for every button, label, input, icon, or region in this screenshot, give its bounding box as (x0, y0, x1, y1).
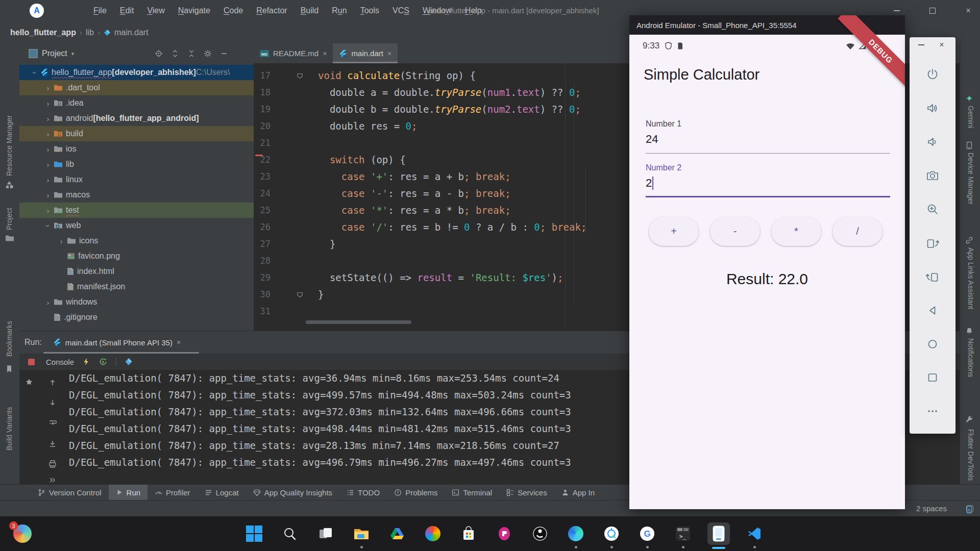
editor-tab-main.dart[interactable]: main.dart× (333, 43, 398, 63)
indent-info[interactable]: 2 spaces (916, 500, 947, 517)
chevron-right-icon[interactable]: › (43, 99, 53, 108)
stop-icon[interactable] (28, 359, 35, 365)
toolwindow-app-in[interactable]: App In (554, 485, 602, 500)
chevron-right-icon[interactable]: › (43, 191, 53, 199)
taskbar-task-view[interactable] (314, 522, 337, 545)
chevron-down-icon[interactable]: › (44, 221, 53, 230)
bookmark-icon[interactable] (5, 365, 14, 374)
operator-button-multiply[interactable]: * (771, 217, 821, 246)
project-view-selector[interactable]: Project ▾ (29, 49, 74, 58)
tree-item-build[interactable]: ›build (19, 126, 254, 141)
flash-icon[interactable] (82, 358, 90, 366)
back-icon[interactable] (925, 303, 940, 318)
taskbar-clipchamp[interactable] (493, 522, 516, 545)
toolwindow-version-control[interactable]: Version Control (31, 485, 109, 500)
taskbar-copilot[interactable] (422, 522, 444, 545)
tree-item-web[interactable]: ›web (19, 218, 254, 233)
link-icon[interactable] (965, 236, 974, 245)
taskbar-explorer[interactable] (350, 522, 373, 545)
taskbar-terminal[interactable]: >_ (672, 522, 694, 545)
tree-item-lib[interactable]: ›lib (19, 157, 254, 172)
chevron-right-icon[interactable]: › (43, 298, 53, 307)
toolwindow-services[interactable]: Services (499, 485, 554, 500)
tree-item-macos[interactable]: ›macos (19, 187, 254, 203)
menu-item-edit[interactable]: Edit (113, 0, 141, 21)
dart-icon[interactable] (125, 358, 133, 366)
close-icon[interactable]: × (177, 338, 181, 346)
stripe-item-gemini[interactable]: Gemini (967, 106, 975, 133)
volume-down-icon[interactable] (925, 134, 940, 149)
chevron-right-icon[interactable]: › (43, 176, 53, 184)
maximize-button[interactable] (924, 0, 941, 21)
field-input-1[interactable]: 24 (646, 133, 658, 146)
operator-button-plus[interactable]: + (649, 217, 699, 246)
stripe-item-app-links-assistant[interactable]: App Links Assistant (967, 247, 975, 320)
tree-item-ios[interactable]: ›ios (19, 141, 254, 157)
close-button[interactable]: × (936, 39, 947, 51)
chevron-right-icon[interactable]: › (43, 160, 53, 169)
toolwindow-problems[interactable]: Problems (387, 485, 445, 500)
fold-icon[interactable] (297, 291, 303, 297)
breadcrumb-dir[interactable]: lib (86, 28, 94, 37)
taskbar-vscode[interactable] (743, 522, 766, 545)
menu-item-run[interactable]: Run (325, 0, 353, 21)
wrench-icon[interactable] (965, 416, 974, 425)
stripe-item-flutter-devtools[interactable]: Flutter DevTools (967, 429, 975, 491)
tree-item-icons[interactable]: ›icons (19, 233, 254, 248)
taskbar-emulator[interactable] (707, 522, 730, 545)
stripe-item-resource-manager[interactable]: Resource Manager (5, 94, 13, 176)
more-icon[interactable] (925, 404, 940, 419)
chevron-down-icon[interactable]: › (31, 68, 39, 77)
power-icon[interactable] (925, 67, 940, 82)
bell-icon[interactable] (965, 327, 974, 336)
overview-icon[interactable] (925, 370, 940, 385)
stripe-item-project[interactable]: Project (5, 193, 13, 230)
taskbar-drive[interactable] (386, 522, 408, 545)
hide-icon[interactable] (220, 49, 228, 58)
camera-icon[interactable] (925, 168, 940, 183)
folder-icon[interactable] (5, 234, 14, 243)
taskbar-start[interactable] (243, 522, 265, 545)
rerun-icon[interactable] (99, 357, 108, 366)
menu-item-file[interactable]: File (87, 0, 113, 21)
close-button[interactable]: × (960, 0, 977, 21)
tree-item-manifestjson[interactable]: manifest.json (19, 279, 254, 294)
chevron-right-icon[interactable]: › (43, 145, 53, 154)
menu-item-refactor[interactable]: Refactor (250, 0, 293, 21)
stripe-item-notifications[interactable]: Notifications (967, 338, 975, 385)
chevron-right-icon[interactable]: › (43, 114, 53, 123)
rotate-left-icon[interactable] (925, 235, 940, 251)
menu-item-vcs[interactable]: VCS (386, 0, 416, 21)
taskbar-google[interactable]: G (636, 522, 658, 545)
tree-item-indexhtml[interactable]: index.html (19, 264, 254, 279)
tree-item-helloflutterapp[interactable]: ›hello_flutter_app [developer_abhishek] … (19, 65, 254, 80)
tree-item-windows[interactable]: ›windows (19, 294, 254, 310)
toolwindow-logcat[interactable]: Logcat (198, 485, 246, 500)
gemini-icon[interactable] (965, 94, 974, 104)
close-icon[interactable]: × (323, 49, 327, 58)
tree-item-darttool[interactable]: ›.dart_tool (19, 80, 254, 95)
breadcrumb-file[interactable]: main.dart (114, 28, 149, 37)
taskbar-edge[interactable] (565, 522, 587, 545)
zoom-in-icon[interactable] (925, 202, 940, 217)
menu-item-navigate[interactable]: Navigate (172, 0, 217, 21)
menu-item-build[interactable]: Build (294, 0, 326, 21)
tree-item-gitignore[interactable]: .gitignore (19, 310, 254, 325)
toolwindow-app-quality-insights[interactable]: App Quality Insights (246, 485, 339, 500)
toolwindow-run[interactable]: Run (109, 485, 148, 500)
chevron-right-icon[interactable]: › (43, 84, 53, 92)
field-input-2[interactable]: 2 (646, 177, 653, 190)
chevron-right-icon[interactable]: › (57, 237, 66, 245)
shapes-icon[interactable] (5, 180, 14, 189)
locate-icon[interactable] (155, 49, 163, 58)
tree-item-faviconpng[interactable]: favicon.png (19, 248, 254, 264)
rotate-right-icon[interactable] (925, 269, 940, 284)
taskbar-obs[interactable] (529, 522, 551, 545)
taskbar-android-studio[interactable] (600, 522, 623, 545)
phone-run-icon[interactable] (965, 506, 974, 515)
stripe-item-bookmarks[interactable]: Bookmarks (5, 308, 13, 357)
taskbar-search[interactable] (279, 522, 301, 545)
toolwindow-terminal[interactable]: Terminal (445, 485, 499, 500)
tree-item-test[interactable]: ›test (19, 203, 254, 218)
chevron-right-icon[interactable]: › (43, 130, 53, 138)
